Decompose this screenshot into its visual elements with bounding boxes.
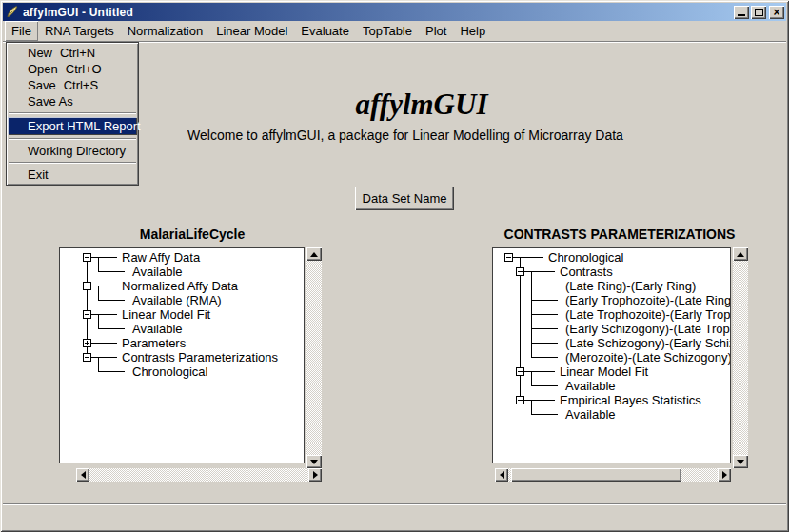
scroll-right-button[interactable] xyxy=(718,468,731,482)
tree-connector-line xyxy=(98,271,125,272)
tree-connector-line xyxy=(531,343,558,344)
tree-connector-line xyxy=(520,257,521,400)
menu-item-label: Exit xyxy=(28,167,49,182)
scroll-up-button[interactable] xyxy=(306,247,322,261)
menubar-item-help[interactable]: Help xyxy=(453,21,492,41)
tree-toggle-minus-icon[interactable] xyxy=(504,253,513,262)
menu-separator xyxy=(9,162,136,164)
menubar-item-rna-targets[interactable]: RNA Targets xyxy=(38,21,121,41)
menubar-item-normalization[interactable]: Normalization xyxy=(121,21,209,41)
tree-toggle-minus-icon[interactable] xyxy=(516,267,524,276)
menu-item-working-directory[interactable]: Working Directory xyxy=(8,143,137,159)
data-set-name-button[interactable]: Data Set Name xyxy=(355,187,454,210)
tree-node-label[interactable]: Raw Affy Data xyxy=(122,250,200,265)
close-button[interactable]: × xyxy=(769,6,784,19)
tree-node-label[interactable]: Contrasts xyxy=(560,265,613,279)
tree-node-label[interactable]: Chronological xyxy=(132,365,208,379)
arrow-down-icon xyxy=(310,460,318,464)
tree-toggle-minus-icon[interactable] xyxy=(516,367,524,376)
tree-node-label[interactable]: Empirical Bayes Statistics xyxy=(560,393,701,407)
tree-node-label[interactable]: Linear Model Fit xyxy=(122,307,210,322)
menu-separator xyxy=(9,138,136,140)
right-tree-panel[interactable]: ChronologicalContrastsLinear Model FitEm… xyxy=(492,247,731,463)
scroll-up-button[interactable] xyxy=(733,247,748,261)
feather-icon[interactable] xyxy=(5,5,19,19)
tree-node-label[interactable]: Linear Model Fit xyxy=(560,365,648,379)
tree-node-label[interactable]: (Early Schizogony)-(Late Trophozoite) xyxy=(565,322,731,336)
tree-node-label[interactable]: Available (RMA) xyxy=(132,293,222,307)
menu-item-export-html-report[interactable]: Export HTML Report xyxy=(8,117,137,135)
tree-connector-line xyxy=(531,314,558,315)
menu-item-new[interactable]: NewCtrl+N xyxy=(8,45,137,61)
scrollbar-track[interactable] xyxy=(508,468,718,482)
file-menu-dropdown: NewCtrl+NOpenCtrl+OSaveCtrl+SSave AsExpo… xyxy=(6,42,139,186)
menubar-item-plot[interactable]: Plot xyxy=(419,21,453,41)
menu-item-shortcut: Ctrl+N xyxy=(60,46,95,60)
scroll-down-button[interactable] xyxy=(306,455,322,468)
tree-connector-line xyxy=(524,371,555,372)
right-vertical-scrollbar[interactable] xyxy=(733,247,748,468)
tree-connector-line xyxy=(91,357,117,358)
tree-node-label[interactable]: (Merozoite)-(Late Schizogony) xyxy=(565,350,731,365)
menubar-item-toptable[interactable]: TopTable xyxy=(356,21,419,41)
scroll-left-button[interactable] xyxy=(495,468,508,482)
tree-connector-line xyxy=(531,286,558,286)
menu-item-save-as[interactable]: Save As xyxy=(8,93,137,109)
close-icon: × xyxy=(773,8,779,17)
tree-connector-line xyxy=(98,286,99,300)
tree-toggle-minus-icon[interactable] xyxy=(83,310,91,319)
scrollbar-thumb[interactable] xyxy=(511,468,681,482)
scroll-down-button[interactable] xyxy=(733,455,748,468)
left-vertical-scrollbar[interactable] xyxy=(306,247,322,468)
scroll-left-button[interactable] xyxy=(76,468,89,482)
menu-item-open[interactable]: OpenCtrl+O xyxy=(8,61,137,77)
tree-node-label[interactable]: (Early Trophozoite)-(Late Ring) xyxy=(565,293,731,307)
application-window: affylmGUI - Untitled × FileRNA TargetsNo… xyxy=(0,0,789,532)
right-horizontal-scrollbar[interactable] xyxy=(495,468,731,482)
menu-item-label: Save As xyxy=(28,94,73,108)
tree-node-label[interactable]: Parameters xyxy=(122,336,186,350)
maximize-button[interactable] xyxy=(751,6,766,19)
menubar-item-file[interactable]: File xyxy=(5,21,38,41)
tree-node-label[interactable]: (Late Schizogony)-(Early Schizogony) xyxy=(565,336,731,350)
tree-connector-line xyxy=(98,371,125,372)
menu-item-exit[interactable]: Exit xyxy=(8,167,137,183)
tree-connector-line xyxy=(531,328,558,329)
tree-toggle-minus-icon[interactable] xyxy=(83,282,91,290)
tree-node-label[interactable]: Available xyxy=(565,407,616,422)
scrollbar-track[interactable] xyxy=(306,261,322,455)
tree-node-label[interactable]: Available xyxy=(132,322,183,336)
bottom-separator xyxy=(3,503,786,505)
menu-bar: FileRNA TargetsNormalizationLinear Model… xyxy=(3,21,786,41)
left-tree-panel[interactable]: Raw Affy DataNormalized Affy DataLinear … xyxy=(59,247,305,463)
minimize-button[interactable] xyxy=(734,6,749,19)
tree-node-label[interactable]: Chronological xyxy=(548,250,624,265)
tree-connector-line xyxy=(98,300,125,301)
scroll-right-button[interactable] xyxy=(308,468,322,482)
arrow-down-icon xyxy=(737,460,744,464)
tree-node-label[interactable]: Contrasts Parameterizations xyxy=(122,350,278,365)
tree-node-label[interactable]: Available xyxy=(565,379,616,393)
tree-node-label[interactable]: Available xyxy=(132,265,183,279)
tree-toggle-minus-icon[interactable] xyxy=(516,396,524,404)
menu-item-shortcut: Ctrl+O xyxy=(66,62,102,76)
tree-node-label[interactable]: (Late Ring)-(Early Ring) xyxy=(565,279,696,293)
left-horizontal-scrollbar[interactable] xyxy=(76,468,322,482)
tree-toggle-plus-icon[interactable] xyxy=(83,339,91,347)
scrollbar-track[interactable] xyxy=(89,468,308,482)
tree-connector-line xyxy=(531,300,558,301)
minimize-icon xyxy=(738,14,745,16)
scrollbar-track[interactable] xyxy=(733,261,748,455)
tree-node-label[interactable]: Normalized Affy Data xyxy=(122,279,238,293)
menubar-item-linear-model[interactable]: Linear Model xyxy=(209,21,294,41)
tree-connector-line xyxy=(98,257,99,271)
menu-item-save[interactable]: SaveCtrl+S xyxy=(8,77,137,93)
tree-connector-line xyxy=(524,400,555,401)
tree-node-label[interactable]: (Late Trophozoite)-(Early Trophozoite) xyxy=(565,307,731,322)
menubar-item-evaluate[interactable]: Evaluate xyxy=(294,21,356,41)
tree-toggle-minus-icon[interactable] xyxy=(83,253,91,262)
arrow-up-icon xyxy=(737,252,744,257)
menu-item-label: New xyxy=(28,46,52,60)
tree-toggle-minus-icon[interactable] xyxy=(83,353,91,362)
menu-item-label: Export HTML Report xyxy=(28,119,141,133)
